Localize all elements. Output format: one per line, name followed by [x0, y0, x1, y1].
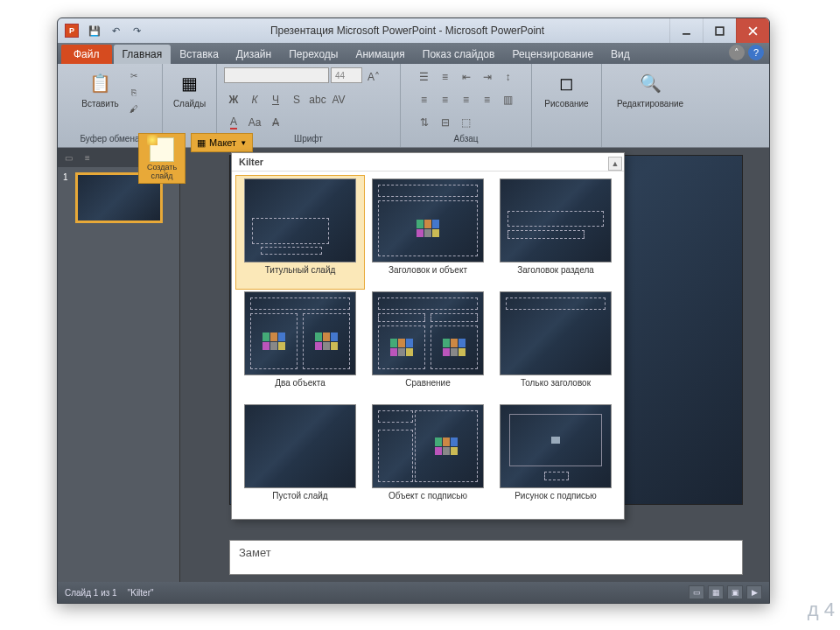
layout-gallery: Kilter ▲ Титульный слайд Заголовок и объ…: [231, 152, 625, 520]
grow-font-icon[interactable]: A˄: [364, 67, 383, 87]
tab-file[interactable]: Файл: [61, 45, 112, 64]
spacing-button[interactable]: AV: [329, 90, 348, 109]
shadow-button[interactable]: S: [287, 90, 306, 109]
layout-label: Рисунок с подписью: [494, 491, 617, 512]
change-case-button[interactable]: Aa: [245, 113, 264, 132]
layout-section-header[interactable]: Заголовок раздела: [494, 178, 617, 286]
group-font-label: Шрифт: [294, 134, 323, 145]
line-spacing-button[interactable]: ↕: [499, 67, 518, 87]
layout-picture-caption[interactable]: Рисунок с подписью: [494, 404, 617, 512]
maximize-button[interactable]: [703, 18, 736, 43]
tab-insert[interactable]: Вставка: [171, 45, 228, 64]
thumb-number: 1: [63, 172, 72, 223]
help-icon[interactable]: ?: [748, 45, 764, 60]
cut-button[interactable]: ✂: [126, 67, 142, 83]
group-paragraph-label: Абзац: [453, 134, 478, 145]
notes-pane[interactable]: Замет: [229, 540, 743, 575]
paste-label: Вставить: [81, 99, 118, 108]
italic-button[interactable]: К: [245, 90, 264, 109]
window-title: Презентация Microsoft PowerPoint - Micro…: [145, 24, 669, 37]
view-normal-button[interactable]: ▭: [689, 585, 704, 599]
status-slide-count: Слайд 1 из 1: [65, 588, 117, 598]
numbering-button[interactable]: ≡: [436, 67, 455, 87]
paste-icon: 📋: [86, 69, 114, 97]
minimize-button[interactable]: [669, 18, 703, 43]
columns-button[interactable]: ▥: [499, 90, 518, 109]
layout-content-caption[interactable]: Объект с подписью: [367, 404, 489, 512]
redo-button[interactable]: ↷: [128, 22, 145, 39]
layout-title-only[interactable]: Только заголовок: [494, 291, 617, 399]
layout-label: Объект с подписью: [367, 491, 489, 512]
tab-slideshow[interactable]: Показ слайдов: [414, 45, 504, 64]
strike-button[interactable]: abc: [308, 90, 327, 109]
layout-comparison[interactable]: Сравнение: [367, 291, 489, 399]
save-button[interactable]: 💾: [86, 22, 103, 39]
layout-dropdown-button[interactable]: ▦ Макет ▼: [191, 133, 253, 152]
font-color-button[interactable]: A: [224, 113, 243, 132]
window-controls: [669, 18, 769, 43]
editing-button[interactable]: 🔍 Редактирование: [613, 67, 687, 110]
font-name-combo[interactable]: [224, 67, 329, 83]
tab-home[interactable]: Главная: [114, 45, 172, 64]
layout-title-slide[interactable]: Титульный слайд: [235, 175, 365, 290]
tab-view[interactable]: Вид: [602, 45, 639, 64]
layout-icon: ▦: [197, 137, 206, 149]
view-sorter-button[interactable]: ▦: [708, 585, 724, 599]
paste-button[interactable]: 📋 Вставить: [78, 67, 122, 110]
app-icon: P: [65, 24, 79, 38]
font-size-combo[interactable]: 44: [331, 67, 362, 83]
group-editing: 🔍 Редактирование: [602, 64, 698, 147]
corner-text: д 4: [808, 598, 835, 621]
group-clipboard-label: Буфер обмена: [80, 134, 140, 145]
find-icon: 🔍: [636, 69, 664, 97]
titlebar: P 💾 ↶ ↷ Презентация Microsoft PowerPoint…: [58, 18, 769, 43]
new-slide-button[interactable]: Создать слайд: [138, 133, 186, 184]
new-slide-icon: [150, 137, 174, 162]
indent-inc-button[interactable]: ⇥: [478, 67, 497, 87]
ribbon-tabs: Файл Главная Вставка Дизайн Переходы Ани…: [58, 43, 769, 64]
clear-format-button[interactable]: A̶: [266, 113, 285, 132]
tab-review[interactable]: Рецензирование: [503, 45, 602, 64]
status-theme: "Kilter": [128, 588, 154, 598]
slides-button[interactable]: ▦ Слайды: [170, 67, 209, 110]
layout-label: Только заголовок: [494, 378, 617, 399]
undo-button[interactable]: ↶: [107, 22, 124, 39]
indent-dec-button[interactable]: ⇤: [457, 67, 476, 87]
status-bar: Слайд 1 из 1 "Kilter" ▭ ▦ ▣ ▶: [58, 582, 769, 603]
layout-title-content[interactable]: Заголовок и объект: [367, 178, 489, 286]
new-slide-label: Создать слайд: [141, 164, 183, 181]
layout-label: Заголовок раздела: [494, 265, 617, 286]
layout-label: Два объекта: [239, 378, 361, 399]
tab-design[interactable]: Дизайн: [228, 45, 280, 64]
bold-button[interactable]: Ж: [224, 90, 243, 109]
close-button[interactable]: [736, 18, 769, 43]
group-paragraph: ☰ ≡ ⇤ ⇥ ↕ ≡ ≡ ≡ ≡ ▥ ⇅ ⊟ ⬚: [401, 64, 532, 147]
thumbnails-tab-slides-icon[interactable]: ▭: [61, 150, 75, 164]
slides-icon: ▦: [176, 69, 204, 97]
tab-transitions[interactable]: Переходы: [280, 45, 346, 64]
copy-button[interactable]: ⎘: [126, 84, 142, 100]
slides-label: Слайды: [173, 99, 206, 108]
layout-two-content[interactable]: Два объекта: [239, 291, 361, 399]
smartart-button[interactable]: ⬚: [457, 113, 476, 132]
slide-thumbnails-pane: ▭ ≡ × 1: [58, 148, 180, 582]
drawing-button[interactable]: ◻ Рисование: [541, 67, 592, 110]
justify-button[interactable]: ≡: [478, 90, 497, 109]
ribbon-minimize-icon[interactable]: ˄: [729, 45, 745, 60]
layout-button-label: Макет: [209, 137, 236, 148]
align-right-button[interactable]: ≡: [457, 90, 476, 109]
align-text-button[interactable]: ⊟: [436, 113, 455, 132]
align-left-button[interactable]: ≡: [415, 90, 434, 109]
format-painter-button[interactable]: 🖌: [126, 101, 142, 116]
layout-blank[interactable]: Пустой слайд: [239, 404, 361, 512]
align-center-button[interactable]: ≡: [436, 90, 455, 109]
tab-animations[interactable]: Анимация: [346, 45, 413, 64]
view-reading-button[interactable]: ▣: [727, 585, 743, 599]
text-direction-button[interactable]: ⇅: [415, 113, 434, 132]
thumbnails-tab-outline-icon[interactable]: ≡: [80, 150, 94, 164]
editing-label: Редактирование: [617, 99, 683, 108]
underline-button[interactable]: Ч: [266, 90, 285, 109]
bullets-button[interactable]: ☰: [415, 67, 434, 87]
view-slideshow-button[interactable]: ▶: [746, 585, 762, 599]
gallery-scroll-up[interactable]: ▲: [608, 157, 622, 171]
